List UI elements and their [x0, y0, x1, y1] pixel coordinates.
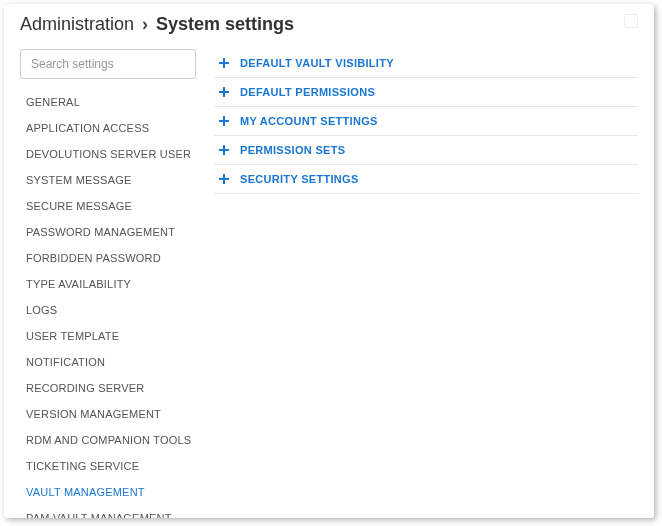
sidebar-item-user-template[interactable]: USER TEMPLATE: [20, 323, 196, 349]
sidebar-item-password-management[interactable]: PASSWORD MANAGEMENT: [20, 219, 196, 245]
breadcrumb-current: System settings: [156, 14, 294, 35]
accordion-security-settings[interactable]: SECURITY SETTINGS: [214, 165, 638, 194]
sidebar-item-recording-server[interactable]: RECORDING SERVER: [20, 375, 196, 401]
accordion-default-permissions[interactable]: DEFAULT PERMISSIONS: [214, 78, 638, 107]
plus-icon: [218, 86, 230, 98]
accordion-label: DEFAULT PERMISSIONS: [240, 86, 375, 98]
accordion-my-account-settings[interactable]: MY ACCOUNT SETTINGS: [214, 107, 638, 136]
settings-content: DEFAULT VAULT VISIBILITYDEFAULT PERMISSI…: [214, 49, 638, 518]
sidebar-item-application-access[interactable]: APPLICATION ACCESS: [20, 115, 196, 141]
sidebar-item-logs[interactable]: LOGS: [20, 297, 196, 323]
sidebar-item-forbidden-password[interactable]: FORBIDDEN PASSWORD: [20, 245, 196, 271]
settings-nav-list: GENERALAPPLICATION ACCESSDEVOLUTIONS SER…: [20, 89, 196, 518]
accordion-label: PERMISSION SETS: [240, 144, 345, 156]
breadcrumb-root[interactable]: Administration: [20, 14, 134, 35]
accordion-label: DEFAULT VAULT VISIBILITY: [240, 57, 394, 69]
accordion-label: SECURITY SETTINGS: [240, 173, 359, 185]
accordion-label: MY ACCOUNT SETTINGS: [240, 115, 378, 127]
sidebar-item-devolutions-server-user[interactable]: DEVOLUTIONS SERVER USER: [20, 141, 196, 167]
accordion-permission-sets[interactable]: PERMISSION SETS: [214, 136, 638, 165]
plus-icon: [218, 57, 230, 69]
sidebar-item-notification[interactable]: NOTIFICATION: [20, 349, 196, 375]
sidebar-item-rdm-and-companion-tools[interactable]: RDM AND COMPANION TOOLS: [20, 427, 196, 453]
plus-icon: [218, 144, 230, 156]
sidebar-item-type-availability[interactable]: TYPE AVAILABILITY: [20, 271, 196, 297]
sidebar-item-general[interactable]: GENERAL: [20, 89, 196, 115]
sidebar-item-system-message[interactable]: SYSTEM MESSAGE: [20, 167, 196, 193]
plus-icon: [218, 173, 230, 185]
sidebar-item-version-management[interactable]: VERSION MANAGEMENT: [20, 401, 196, 427]
search-input[interactable]: [20, 49, 196, 79]
settings-sidebar: GENERALAPPLICATION ACCESSDEVOLUTIONS SER…: [20, 49, 196, 518]
accordion-default-vault-visibility[interactable]: DEFAULT VAULT VISIBILITY: [214, 55, 638, 78]
sidebar-item-pam-vault-management[interactable]: PAM VAULT MANAGEMENT: [20, 505, 196, 518]
chevron-right-icon: ›: [142, 14, 148, 35]
sidebar-item-secure-message[interactable]: SECURE MESSAGE: [20, 193, 196, 219]
plus-icon: [218, 115, 230, 127]
breadcrumb: Administration › System settings: [20, 14, 638, 35]
sidebar-item-ticketing-service[interactable]: TICKETING SERVICE: [20, 453, 196, 479]
window-action-icon[interactable]: [624, 14, 638, 28]
sidebar-item-vault-management[interactable]: VAULT MANAGEMENT: [20, 479, 196, 505]
